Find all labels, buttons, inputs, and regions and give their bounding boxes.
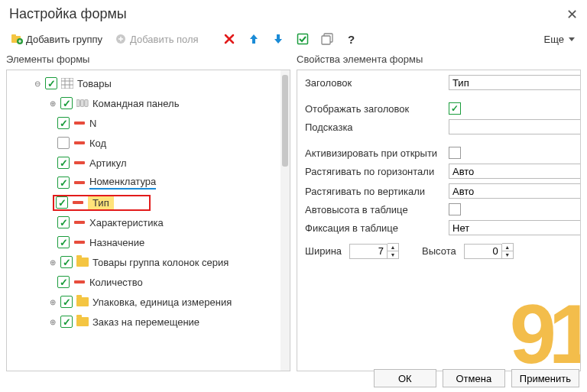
prop-stretch-h-label: Растягивать по горизонтали [305,166,443,177]
form-elements-tree[interactable]: ⊖ Товары ⊕ Командная панель [7,70,290,371]
prop-title-input[interactable] [449,75,580,90]
more-button[interactable]: Еще [538,32,581,47]
tree-row-qty[interactable]: Количество [7,272,290,292]
prop-stretch-v-label: Растягивать по вертикали [305,186,443,197]
spin-down[interactable]: ▼ [388,251,398,258]
prop-hint-input[interactable] [449,119,580,134]
tree-row-group-series[interactable]: ⊕ Товары группа колонок серия [7,252,290,272]
field-icon [71,197,85,208]
prop-hint-label: Подсказка [305,121,443,133]
field-icon [73,138,86,148]
spin-up[interactable]: ▲ [502,244,513,251]
svg-rect-4 [297,34,307,44]
add-fields-icon [115,33,127,45]
tree-row-article[interactable]: Артикул [7,153,290,173]
dialog-title: Настройка формы [9,6,127,22]
prop-activate-label: Активизировать при открыти [305,147,443,159]
tree-row-cmd[interactable]: ⊕ Командная панель [7,93,290,113]
prop-autoheight-label: Автовысота в таблице [305,204,443,215]
prop-activate-checkbox[interactable] [449,147,461,159]
help-icon: ? [345,33,358,45]
delete-icon [223,33,235,45]
move-up-button[interactable] [243,31,264,47]
prop-show-title-checkbox[interactable] [449,102,461,115]
checkbox[interactable] [57,157,70,169]
expand-icon[interactable]: ⊕ [48,297,57,306]
add-fields-button[interactable]: Добавить поля [110,31,203,47]
left-panel-header: Элементы формы [6,50,290,70]
checkbox[interactable] [57,177,70,189]
checkbox[interactable] [57,216,70,228]
tree-row-nomen[interactable]: Номенклатура [7,173,290,193]
apply-button[interactable]: Применить [511,369,579,387]
checkbox[interactable] [56,196,68,209]
add-group-icon [11,33,23,45]
folder-icon [76,257,89,267]
field-icon [73,118,86,128]
ok-button[interactable]: ОК [374,369,436,387]
checkbox[interactable] [57,236,70,248]
prop-title-label: Заголовок [305,77,443,89]
tree-row-n[interactable]: N [7,113,290,133]
right-panel-header: Свойства элемента формы [297,50,581,70]
spin-down[interactable]: ▼ [502,251,513,258]
prop-stretch-v-select[interactable] [449,183,580,199]
chevron-down-icon [569,37,575,41]
expand-icon[interactable]: ⊕ [48,99,57,108]
tree-row-code[interactable]: Код [7,133,290,153]
collapse-icon[interactable]: ⊖ [33,79,42,88]
tree-row-type[interactable]: Тип [7,193,290,212]
prop-fix-select[interactable] [449,220,580,235]
prop-width-label: Ширина [305,245,342,257]
uncheck-all-icon [321,33,333,45]
field-icon [73,217,86,228]
folder-icon [76,296,89,307]
prop-height-spinner[interactable]: ▲▼ [464,243,514,259]
uncheck-all-button[interactable] [316,31,338,47]
expand-icon[interactable]: ⊕ [48,258,57,267]
prop-fix-label: Фиксация в таблице [305,222,443,234]
checkbox[interactable] [60,97,73,109]
add-group-button[interactable]: Добавить группу [6,31,107,47]
svg-rect-12 [76,100,79,107]
close-icon[interactable]: ✕ [566,6,578,23]
checkbox[interactable] [60,256,73,268]
checkbox[interactable] [57,137,70,149]
prop-autoheight-checkbox[interactable] [449,203,461,215]
svg-rect-1 [11,34,16,37]
tree-row-root[interactable]: ⊖ Товары [7,73,290,93]
checkbox[interactable] [45,77,57,89]
arrow-up-icon [248,33,260,45]
tree-scrollbar[interactable] [281,70,290,371]
prop-stretch-h-select[interactable] [449,164,580,179]
tree-row-char[interactable]: Характеристика [7,212,290,232]
field-icon [73,177,86,188]
field-icon [73,277,86,287]
tree-row-assign[interactable]: Назначение [7,232,290,252]
prop-height-label: Высота [422,245,456,257]
prop-show-title-label: Отображать заголовок [305,103,443,115]
command-panel-icon [76,98,89,109]
checkbox[interactable] [57,117,70,129]
expand-icon[interactable]: ⊕ [48,317,57,326]
checkbox[interactable] [60,316,73,328]
svg-rect-14 [85,100,88,107]
field-icon [73,237,86,248]
move-down-button[interactable] [268,31,289,47]
svg-rect-6 [322,36,330,44]
prop-width-spinner[interactable]: ▲▼ [349,243,399,259]
cancel-button[interactable]: Отмена [443,369,505,387]
check-all-icon [297,33,309,45]
help-button[interactable]: ? [341,31,362,47]
svg-rect-7 [61,78,73,89]
grid-icon [60,78,74,89]
checkbox[interactable] [57,276,70,288]
tree-row-order[interactable]: ⊕ Заказ на перемещение [7,312,290,332]
check-all-button[interactable] [292,31,313,47]
spin-up[interactable]: ▲ [388,244,398,251]
svg-rect-13 [80,100,83,107]
field-icon [73,157,86,168]
checkbox[interactable] [60,296,73,308]
delete-button[interactable] [219,31,240,47]
tree-row-pack[interactable]: ⊕ Упаковка, единица измерения [7,292,290,312]
